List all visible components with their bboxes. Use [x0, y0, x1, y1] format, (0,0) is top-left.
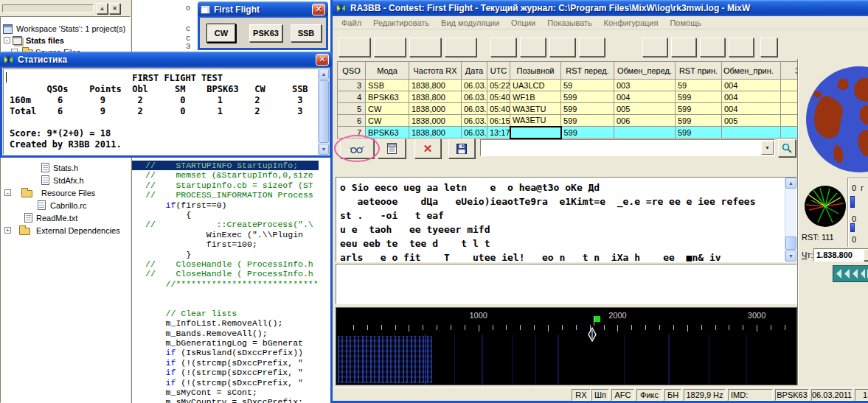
qso-cell[interactable]: 13:17	[487, 127, 510, 139]
frequency-input[interactable]: 1.838.800	[813, 248, 868, 262]
qso-cell[interactable]: 05:22	[487, 80, 510, 91]
toolbar-button[interactable]	[445, 38, 476, 57]
toolbar-button[interactable]	[760, 38, 777, 57]
waterfall-display[interactable]: 100020003000	[336, 307, 797, 385]
first-flight-title-bar[interactable]: First Flight ✕	[198, 1, 328, 18]
scroll-down-button[interactable]: ▼	[785, 250, 796, 262]
qso-cell[interactable]	[781, 80, 798, 91]
qso-cell[interactable]: 06.03.	[462, 127, 487, 139]
qso-cell[interactable]: 06.03.	[462, 115, 487, 127]
edit-log-button[interactable]	[378, 139, 406, 158]
qso-cell[interactable]: 005	[722, 115, 781, 127]
status-afc[interactable]: AFC	[611, 389, 634, 401]
qso-cell[interactable]: 05:40	[487, 103, 510, 115]
toolbar-button[interactable]	[700, 38, 725, 57]
stats-scrollbar[interactable]: ▲ ▼	[318, 69, 329, 155]
qso-cell[interactable]: 599	[561, 103, 614, 115]
qso-cell[interactable]: 004	[722, 91, 781, 103]
toolbar-button[interactable]	[642, 38, 667, 57]
tree-item-0[interactable]: Workspace 'Stats': 1 project(s)	[1, 23, 130, 35]
qso-cell[interactable]: SSB	[366, 80, 409, 91]
qso-cell[interactable]: UA3LCD	[510, 80, 561, 91]
statistics-report[interactable]: FIRST FLIGHT TEST QSOs Points Obl SM BPS…	[3, 69, 319, 155]
qso-cell[interactable]	[781, 127, 798, 139]
qso-cell[interactable]: WF1B	[510, 91, 561, 103]
tx-input-pane[interactable]	[336, 264, 797, 304]
scroll-down-button[interactable]: ▼	[319, 144, 329, 155]
toolbar-button[interactable]	[549, 38, 575, 57]
qso-cell[interactable]: BPSK63	[366, 91, 409, 103]
frequency-dropdown-button[interactable]: ▼	[864, 249, 868, 261]
mixw-title-bar[interactable]: RA3BB - Contest: First Flight - Текущий …	[333, 0, 868, 16]
menu-item-3[interactable]: Опции	[505, 18, 541, 27]
toolbar-button[interactable]	[409, 38, 441, 57]
qso-cell[interactable]: 599	[561, 115, 614, 127]
scrollbar-thumb[interactable]	[319, 80, 329, 143]
menu-item-1[interactable]: Редактировать	[367, 18, 435, 27]
menu-item-6[interactable]: Помощь	[664, 18, 707, 27]
collapse-icon[interactable]: -	[4, 37, 10, 43]
qso-cell[interactable]: 59	[561, 80, 614, 91]
tree-item-6[interactable]: Cabrillo.rc	[1, 200, 130, 211]
collapse-icon[interactable]: -	[4, 189, 11, 196]
qso-cell[interactable]	[510, 127, 561, 139]
qso-cell[interactable]	[781, 115, 798, 127]
status-fix[interactable]: Фикс	[636, 389, 662, 401]
band-nav-arrows[interactable]	[833, 265, 868, 282]
pane-collapse-button[interactable]: ▲	[97, 3, 108, 14]
tree-item-8[interactable]: +External Dependencies	[1, 225, 130, 236]
scroll-up-button[interactable]: ▲	[319, 69, 329, 80]
tree-item-5[interactable]: -Resource Files	[1, 187, 130, 199]
qso-cell[interactable]: 06.03.	[462, 80, 487, 91]
qso-cell[interactable]: 06.03.	[462, 103, 487, 115]
qso-cell[interactable]: 1838,800	[409, 80, 462, 91]
qso-cell[interactable]: 06.03.	[462, 91, 487, 103]
menu-item-4[interactable]: Показывать	[541, 18, 597, 27]
qso-cell[interactable]: CW	[366, 103, 409, 115]
qso-cell[interactable]: 06:15	[487, 115, 510, 127]
qso-cell[interactable]: 599	[676, 115, 722, 127]
qso-cell[interactable]: 1838,800	[409, 127, 462, 139]
macro-button-ssb[interactable]: SSB	[291, 24, 322, 42]
qso-cell[interactable]: BPSK63	[366, 127, 409, 139]
expand-icon[interactable]: +	[4, 227, 11, 234]
frequency-flag-marker[interactable]	[594, 316, 600, 322]
toolbar-button[interactable]	[729, 38, 754, 57]
status-rx[interactable]: RX	[572, 389, 591, 401]
tree-item-3[interactable]: Stats.h	[1, 162, 130, 174]
search-callsign-button[interactable]	[778, 139, 796, 157]
qso-cell[interactable]: 59	[676, 80, 722, 91]
qso-cell[interactable]: 05:40	[487, 91, 510, 103]
qso-cell[interactable]: 599	[676, 127, 722, 139]
rx-decode-pane[interactable]: o Sio eeco ueg aa letn e o hea@t3o oKe Д…	[336, 177, 797, 262]
status-noise-blanker[interactable]: Шп	[591, 389, 609, 401]
status-bn[interactable]: БН	[664, 389, 681, 401]
scroll-up-button[interactable]: ▲	[785, 178, 796, 189]
search-log-button[interactable]	[340, 139, 374, 158]
toolbar-button[interactable]	[520, 38, 546, 57]
delete-qso-button[interactable]: ✕	[414, 139, 441, 158]
macro-button-cw[interactable]: CW	[207, 24, 235, 42]
menu-item-2[interactable]: Вид модуляции	[435, 18, 505, 27]
qso-cell[interactable]: 004	[722, 80, 781, 91]
qso-cell[interactable]: 4	[338, 91, 366, 103]
qso-cell[interactable]: 004	[722, 103, 781, 115]
toolbar-grip[interactable]	[2, 4, 94, 13]
qso-cell[interactable]	[722, 127, 781, 139]
close-icon[interactable]: ✕	[312, 4, 325, 15]
toolbar-button[interactable]	[490, 38, 516, 57]
tree-item-7[interactable]: ReadMe.txt	[1, 212, 130, 224]
qso-cell[interactable]: 1838,800	[409, 91, 462, 103]
qso-cell[interactable]: CW	[366, 115, 409, 127]
qso-cell[interactable]	[781, 91, 798, 103]
toolbar-button[interactable]	[338, 38, 370, 57]
qso-cell[interactable]: 6	[338, 115, 366, 127]
qso-cell[interactable]: 1838,000	[409, 103, 462, 115]
qso-cell[interactable]: 003	[614, 80, 676, 91]
qso-cell[interactable]: 1838,000	[409, 115, 462, 127]
qso-cell[interactable]: WA3ETU	[510, 103, 561, 115]
tree-item-1[interactable]: -Stats files	[1, 35, 130, 46]
statistics-title-bar[interactable]: Статистика ✕	[0, 52, 332, 68]
qso-cell[interactable]: 599	[561, 91, 614, 103]
menu-item-0[interactable]: Файл	[336, 18, 367, 27]
